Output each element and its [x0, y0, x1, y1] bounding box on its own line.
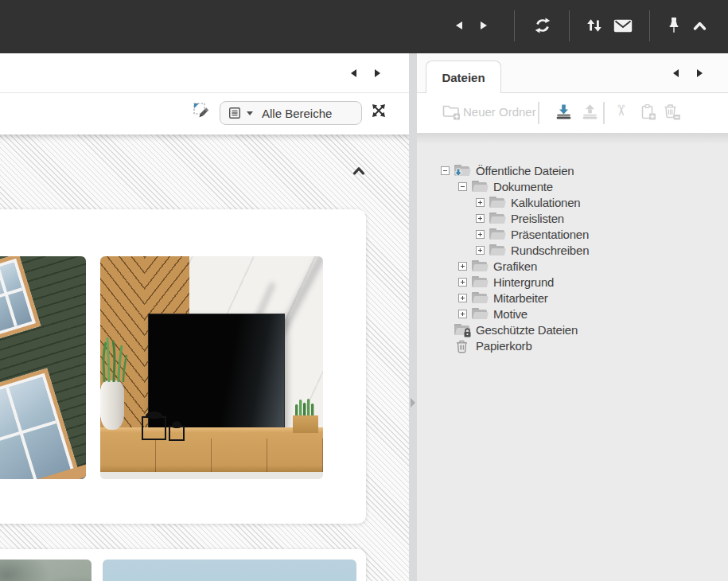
photo-light-blue-sky[interactable] — [103, 560, 356, 581]
folder-lock-icon — [454, 324, 470, 336]
tree-item-label: Dokumente — [493, 180, 553, 193]
folder-icon — [489, 244, 505, 256]
gallery-tabbar — [0, 53, 409, 93]
tab-scroll-left-icon[interactable] — [673, 69, 679, 77]
new-folder-label: Neuer Ordner — [463, 105, 536, 119]
gallery-card — [0, 549, 366, 581]
header-divider — [649, 10, 650, 41]
tree-item-papierkorb[interactable]: Papierkorb — [441, 337, 728, 353]
tree-item-grafiken[interactable]: Grafiken — [458, 258, 728, 274]
mail-icon[interactable] — [613, 19, 633, 33]
tree-item-label: Papierkorb — [476, 339, 532, 353]
tree-item-hintergrund[interactable]: Hintergrund — [458, 274, 728, 290]
area-filter-dropdown[interactable]: Alle Bereiche — [220, 101, 362, 125]
tab-scroll-right-icon[interactable] — [697, 69, 703, 77]
nav-forward-icon[interactable] — [481, 21, 487, 29]
toolbar-divider — [603, 102, 605, 124]
tree-expand-icon[interactable] — [458, 310, 467, 318]
tree-item-label: Geschützte Dateien — [476, 323, 578, 337]
header-divider — [514, 10, 515, 41]
tree-expand-icon[interactable] — [476, 198, 485, 207]
tree-expand-icon[interactable] — [476, 230, 485, 239]
tree-collapse-icon[interactable] — [441, 166, 450, 175]
folder-icon — [472, 181, 488, 193]
tree-item-oeffentliche-dateien[interactable]: Öffentliche Dateien — [441, 162, 728, 178]
download-icon[interactable] — [554, 103, 574, 121]
delete-icon[interactable] — [663, 103, 681, 121]
tree-item-rundschreiben[interactable]: Rundschreiben — [476, 242, 728, 258]
upload-icon[interactable] — [580, 103, 600, 121]
photo-art-layer — [100, 472, 323, 479]
edit-selection-icon[interactable] — [193, 103, 211, 120]
photo-art-layer — [100, 380, 124, 430]
section-collapse-icon[interactable] — [352, 166, 365, 175]
chevron-down-icon — [247, 111, 253, 115]
tree-item-label: Mitarbeiter — [493, 291, 548, 305]
toolbar-divider — [538, 102, 539, 124]
tree-item-label: Kalkulationen — [511, 196, 580, 209]
refresh-icon[interactable] — [533, 16, 552, 35]
trash-icon — [454, 340, 470, 352]
tree-item-kalkulationen[interactable]: Kalkulationen — [476, 194, 728, 210]
folder-download-icon — [454, 165, 470, 177]
files-panel: Dateien Neuer Ordner — [417, 53, 728, 581]
tree-item-geschuetzte-dateien[interactable]: Geschützte Dateien — [441, 322, 728, 337]
tree-item-label: Motive — [493, 307, 528, 321]
gallery-toolbar: Alle Bereiche — [0, 93, 409, 135]
tree-item-label: Hintergrund — [493, 275, 554, 289]
collapse-up-icon[interactable] — [693, 21, 707, 30]
paste-icon[interactable] — [639, 103, 657, 122]
folder-icon — [489, 197, 505, 209]
area-filter-value: Alle Bereiche — [262, 107, 332, 120]
tree-expand-icon[interactable] — [458, 278, 467, 287]
pin-icon[interactable] — [668, 17, 679, 35]
photo-art-layer — [293, 415, 318, 433]
tree-item-label: Öffentliche Dateien — [476, 164, 574, 177]
tab-scroll-right-icon[interactable] — [375, 69, 380, 77]
photo-art-layer — [100, 334, 130, 382]
tree-item-label: Rundschreiben — [511, 244, 589, 257]
panel-arrow-right-icon[interactable] — [411, 398, 415, 407]
folder-icon — [472, 276, 488, 288]
tree-expand-icon[interactable] — [458, 294, 467, 302]
gallery-panel: Alle Bereiche — [0, 53, 409, 581]
cut-icon[interactable]: ✂ — [613, 104, 629, 117]
folder-icon — [489, 213, 505, 224]
transfer-sort-icon[interactable] — [586, 18, 603, 33]
tree-item-preislisten[interactable]: Preislisten — [476, 210, 728, 226]
new-folder-icon[interactable] — [442, 104, 461, 120]
photo-house-facade[interactable] — [0, 256, 86, 479]
gallery-card — [0, 209, 366, 524]
tree-item-praesentationen[interactable]: Präsentationen — [476, 226, 728, 242]
panel-splitter[interactable] — [409, 53, 417, 581]
top-header — [0, 0, 728, 53]
tab-dateien[interactable]: Dateien — [426, 60, 501, 93]
photo-art-layer — [169, 426, 185, 441]
tree-expand-icon[interactable] — [476, 246, 485, 255]
photo-art-layer — [0, 256, 86, 479]
nav-back-icon[interactable] — [456, 21, 462, 29]
app-window: { "header": { "icons": ["nav-back","nav-… — [0, 0, 728, 581]
folder-icon — [472, 292, 488, 304]
gallery-content — [0, 135, 409, 581]
tree-expand-icon[interactable] — [476, 214, 485, 223]
header-divider — [569, 10, 570, 41]
files-toolbar: Neuer Ordner ✂ — [417, 93, 728, 133]
tree-item-label: Präsentationen — [511, 228, 589, 241]
tree-expand-icon[interactable] — [458, 262, 467, 271]
folder-icon — [472, 260, 488, 272]
expand-fullscreen-icon[interactable] — [371, 103, 387, 119]
folder-icon — [489, 228, 505, 240]
photo-art-layer — [148, 314, 285, 428]
tree-collapse-icon[interactable] — [458, 182, 467, 191]
tree-item-mitarbeiter[interactable]: Mitarbeiter — [458, 290, 728, 306]
folder-tree: Öffentliche Dateien Dokumente Kalkulatio… — [417, 133, 728, 353]
photo-living-room-tv[interactable] — [100, 256, 323, 479]
tree-item-motive[interactable]: Motive — [458, 306, 728, 322]
files-tree-area: Öffentliche Dateien Dokumente Kalkulatio… — [417, 133, 728, 581]
photo-art-layer — [0, 368, 82, 479]
tree-item-dokumente[interactable]: Dokumente — [458, 178, 728, 194]
tab-scroll-left-icon[interactable] — [351, 69, 356, 77]
photo-gray-cloudy[interactable] — [0, 560, 91, 581]
folder-icon — [472, 308, 488, 320]
